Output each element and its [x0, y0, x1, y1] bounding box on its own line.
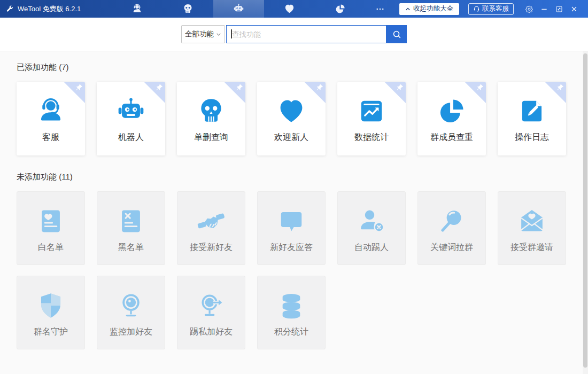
pie-icon [335, 3, 346, 14]
feature-card-heart[interactable]: 欢迎新人 [257, 82, 326, 155]
feature-card-webcam[interactable]: 监控加好友 [97, 276, 165, 349]
shield-icon [36, 291, 66, 321]
feature-card-label: 机器人 [118, 132, 144, 143]
collapse-features-button[interactable]: 收起功能大全 [399, 3, 459, 15]
section-title-added: 已添加功能 (7) [17, 51, 588, 82]
person-remove-icon [357, 206, 386, 236]
skull-icon [182, 3, 194, 14]
search-button[interactable] [386, 25, 407, 43]
robot-icon [116, 96, 146, 126]
feature-card-database[interactable]: 积分统计 [257, 276, 326, 349]
settings-button[interactable] [522, 2, 537, 16]
titlebar-tab-robot[interactable] [213, 0, 264, 18]
gear-icon [525, 5, 533, 13]
feature-card-label: 操作日志 [515, 132, 549, 143]
search-icon [392, 29, 402, 40]
speech-bubble-icon [276, 206, 306, 236]
pinned-badge [465, 82, 486, 103]
feature-card-handshake[interactable]: 接受新好友 [177, 191, 245, 265]
list-x-icon [116, 206, 146, 236]
database-icon [276, 291, 306, 321]
heart-icon [284, 3, 295, 14]
feature-grid-unadded: 白名单黑名单接受新好友新好友应答自动踢人关键词拉群接受群邀请群名守护监控加好友踢… [17, 191, 588, 349]
feature-card-chart[interactable]: 数据统计 [337, 82, 406, 155]
feature-card-pie[interactable]: 群成员查重 [417, 82, 486, 155]
chart-icon [357, 96, 386, 126]
pinned-badge [64, 82, 85, 103]
feature-card-label: 白名单 [38, 242, 64, 253]
envelope-heart-icon [517, 206, 547, 236]
more-button[interactable] [374, 3, 386, 15]
pinned-badge [545, 82, 566, 103]
feature-card-skull[interactable]: 单删查询 [177, 82, 245, 155]
feature-card-label: 群名守护 [34, 326, 68, 338]
titlebar-tab-skull[interactable] [163, 0, 213, 18]
feature-card-list-x[interactable]: 黑名单 [97, 191, 165, 265]
feature-sections: 已添加功能 (7)客服机器人单删查询欢迎新人数据统计群成员查重操作日志未添加功能… [17, 51, 588, 349]
search-input[interactable] [227, 26, 386, 43]
feature-card-label: 关键词拉群 [430, 242, 473, 253]
webcam-arrow-icon [196, 291, 226, 321]
titlebar-right: 收起功能大全 联系客服 [374, 2, 588, 16]
feature-card-magnifier[interactable]: 关键词拉群 [417, 191, 486, 265]
headset-icon [131, 3, 143, 14]
text-caret [231, 29, 232, 38]
maximize-button[interactable] [552, 2, 567, 16]
heart-icon [276, 96, 306, 126]
feature-card-label: 接受群邀请 [510, 242, 553, 253]
scrollbar-thumb[interactable] [583, 53, 587, 368]
feature-card-robot[interactable]: 机器人 [97, 82, 165, 155]
scrollbar-track[interactable] [583, 51, 588, 374]
titlebar-tab-pie[interactable] [315, 0, 366, 18]
titlebar: WeTool 免费版 6.2.1 收起功能大全 联系客服 [0, 0, 588, 18]
feature-card-note-pencil[interactable]: 操作日志 [498, 82, 566, 155]
pinned-badge [384, 82, 406, 103]
minimize-button[interactable] [537, 2, 552, 16]
search-input-wrap [226, 25, 386, 43]
feature-card-label: 黑名单 [118, 242, 144, 253]
feature-filter-dropdown[interactable]: 全部功能 [181, 25, 225, 43]
feature-card-label: 接受新好友 [190, 242, 233, 253]
webcam-icon [116, 291, 146, 321]
close-button[interactable] [567, 2, 582, 16]
list-heart-icon [36, 206, 66, 236]
note-pencil-icon [517, 96, 547, 126]
chevron-up-icon [405, 6, 411, 12]
pie-icon [437, 96, 467, 126]
feature-card-list-heart[interactable]: 白名单 [17, 191, 85, 265]
feature-card-label: 新好友应答 [270, 242, 313, 253]
feature-card-label: 监控加好友 [110, 326, 152, 338]
feature-card-label: 欢迎新人 [274, 132, 308, 143]
section-title-unadded: 未添加功能 (11) [17, 155, 588, 191]
handshake-icon [196, 206, 226, 236]
titlebar-tab-heart[interactable] [264, 0, 315, 18]
feature-card-label: 踢私加好友 [190, 326, 233, 338]
app-title-area: WeTool 免费版 6.2.1 [0, 4, 81, 14]
feature-card-webcam-arrow[interactable]: 踢私加好友 [177, 276, 245, 349]
feature-card-person-remove[interactable]: 自动踢人 [337, 191, 406, 265]
feature-card-shield[interactable]: 群名守护 [17, 276, 85, 349]
maximize-icon [555, 5, 563, 13]
content-area: 已添加功能 (7)客服机器人单删查询欢迎新人数据统计群成员查重操作日志未添加功能… [0, 51, 588, 374]
feature-card-speech-bubble[interactable]: 新好友应答 [257, 191, 326, 265]
titlebar-tabs [112, 0, 366, 18]
feature-card-label: 单删查询 [194, 132, 228, 143]
feature-card-label: 群成员查重 [430, 132, 473, 143]
feature-filter-label: 全部功能 [185, 29, 214, 39]
more-dots-icon [375, 4, 385, 14]
headset-icon [36, 96, 66, 126]
titlebar-tab-headset[interactable] [112, 0, 163, 18]
pinned-badge [224, 82, 245, 103]
feature-card-label: 客服 [42, 132, 59, 143]
collapse-features-label: 收起功能大全 [413, 4, 453, 13]
wrench-icon [6, 5, 14, 13]
pinned-badge [144, 82, 165, 103]
app-title: WeTool 免费版 6.2.1 [18, 4, 81, 14]
feature-grid-added: 客服机器人单删查询欢迎新人数据统计群成员查重操作日志 [17, 82, 588, 155]
feature-card-headset[interactable]: 客服 [17, 82, 85, 155]
skull-icon [196, 96, 226, 126]
feature-card-label: 自动踢人 [354, 242, 389, 253]
contact-support-button[interactable]: 联系客服 [468, 3, 514, 15]
pinned-badge [304, 82, 326, 103]
feature-card-envelope-heart[interactable]: 接受群邀请 [498, 191, 566, 265]
